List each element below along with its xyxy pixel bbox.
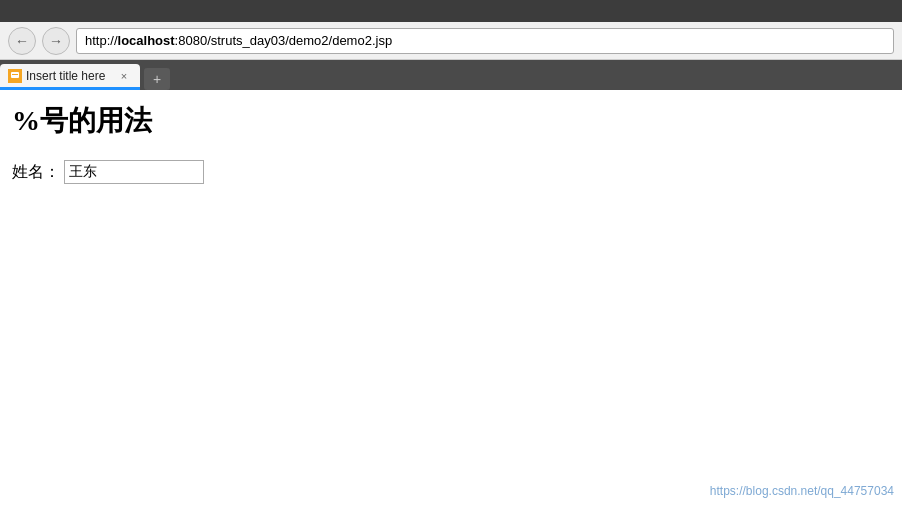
forward-icon: →	[49, 33, 63, 49]
browser-window: ← → http://localhost:8080/struts_day03/d…	[0, 0, 902, 506]
svg-rect-2	[12, 74, 18, 75]
watermark: https://blog.csdn.net/qq_44757034	[710, 484, 894, 498]
url-text: http://localhost:8080/struts_day03/demo2…	[85, 33, 392, 48]
tab-label: Insert title here	[26, 69, 112, 83]
forward-button[interactable]: →	[42, 27, 70, 55]
back-icon: ←	[15, 33, 29, 49]
address-bar[interactable]: http://localhost:8080/struts_day03/demo2…	[76, 28, 894, 54]
new-tab-button[interactable]: +	[144, 68, 170, 90]
name-input[interactable]	[64, 160, 204, 184]
title-bar	[0, 0, 902, 22]
form-row: 姓名：	[12, 160, 890, 184]
url-prefix: http://	[85, 33, 118, 48]
page-content: %号的用法 姓名： https://blog.csdn.net/qq_44757…	[0, 90, 902, 506]
url-path: :8080/struts_day03/demo2/demo2.jsp	[175, 33, 393, 48]
page-title: %号的用法	[12, 102, 890, 140]
nav-bar: ← → http://localhost:8080/struts_day03/d…	[0, 22, 902, 60]
tab-bar: Insert title here × +	[0, 60, 902, 90]
browser-tab[interactable]: Insert title here ×	[0, 64, 140, 90]
url-host: localhost	[118, 33, 175, 48]
tab-close-button[interactable]: ×	[116, 68, 132, 84]
back-button[interactable]: ←	[8, 27, 36, 55]
tab-favicon	[8, 69, 22, 83]
new-tab-icon: +	[153, 71, 161, 87]
form-label: 姓名：	[12, 162, 60, 183]
